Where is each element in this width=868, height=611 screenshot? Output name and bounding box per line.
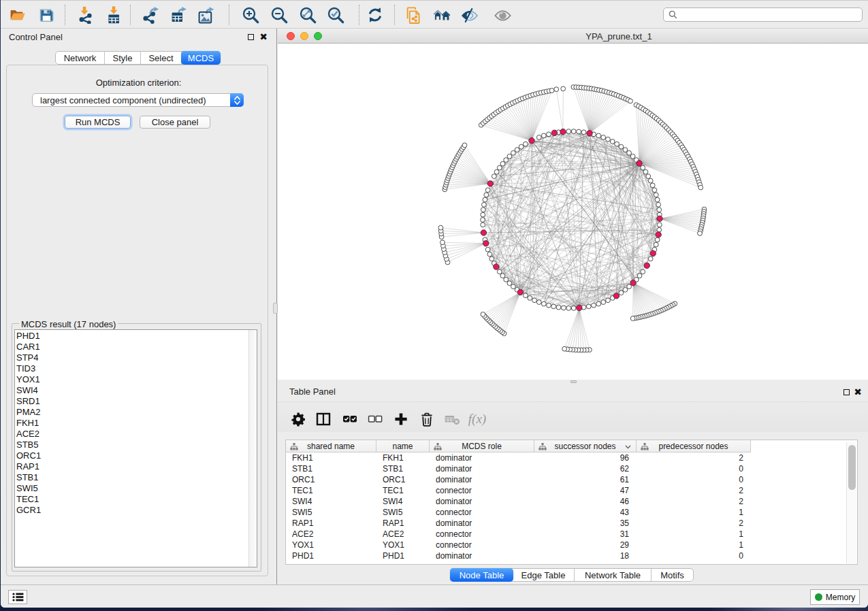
import-table-button[interactable] — [104, 5, 123, 24]
network-leaf-node[interactable] — [462, 143, 467, 148]
network-node[interactable] — [619, 291, 624, 295]
network-node[interactable] — [511, 284, 516, 289]
network-node[interactable] — [646, 174, 651, 179]
network-node[interactable] — [524, 142, 528, 146]
mcds-hub-node[interactable] — [656, 232, 661, 237]
mcds-list-scrollbar[interactable] — [248, 330, 257, 567]
network-node[interactable] — [504, 158, 509, 163]
network-node[interactable] — [641, 165, 645, 170]
network-leaf-node[interactable] — [481, 312, 485, 317]
network-node[interactable] — [648, 257, 653, 261]
network-node[interactable] — [551, 304, 556, 309]
network-node[interactable] — [541, 133, 546, 138]
tab-edge-table[interactable]: Edge Table — [513, 569, 575, 581]
network-node[interactable] — [623, 288, 628, 293]
mcds-node-item[interactable]: STP4 — [16, 352, 257, 363]
network-node[interactable] — [627, 150, 632, 155]
network-node[interactable] — [654, 193, 658, 197]
mcds-result-list[interactable]: PHD1CAR1STP4TID3YOX1SWI4SRD1PMA2FKH1ACE2… — [14, 329, 257, 567]
network-node[interactable] — [630, 154, 635, 159]
mcds-node-item[interactable]: RAP1 — [16, 461, 257, 472]
table-row[interactable]: FKH1FKH1dominator962 — [286, 452, 857, 463]
network-node[interactable] — [524, 293, 528, 298]
network-node[interactable] — [497, 269, 502, 274]
network-node[interactable] — [515, 148, 519, 152]
refresh-button[interactable] — [366, 5, 385, 24]
zoom-in-button[interactable] — [241, 5, 260, 24]
mcds-node-item[interactable]: SWI5 — [16, 483, 257, 494]
network-node[interactable] — [610, 139, 615, 144]
network-leaf-node[interactable] — [562, 346, 567, 351]
table-row[interactable]: RAP1RAP1dominator352 — [286, 518, 857, 529]
network-node[interactable] — [532, 298, 537, 303]
network-node[interactable] — [596, 301, 601, 306]
table-row[interactable]: ORC1ORC1dominator610 — [286, 474, 857, 485]
network-node[interactable] — [655, 197, 660, 202]
mcds-node-item[interactable]: SRD1 — [16, 396, 257, 407]
network-node[interactable] — [619, 144, 624, 149]
network-node[interactable] — [643, 169, 648, 174]
network-leaf-node[interactable] — [549, 88, 554, 93]
run-mcds-button[interactable]: Run MCDS — [65, 116, 131, 129]
zoom-out-button[interactable] — [270, 5, 289, 24]
network-node[interactable] — [592, 303, 596, 308]
network-node[interactable] — [507, 154, 512, 159]
network-node[interactable] — [519, 144, 524, 149]
network-node[interactable] — [547, 132, 551, 137]
network-node[interactable] — [571, 306, 576, 311]
network-leaf-node[interactable] — [698, 185, 703, 190]
network-node[interactable] — [657, 222, 662, 227]
network-leaf-node[interactable] — [438, 225, 443, 230]
network-node[interactable] — [511, 150, 516, 155]
network-node[interactable] — [657, 227, 662, 232]
network-node[interactable] — [492, 174, 496, 179]
mcds-node-item[interactable]: GCR1 — [16, 505, 257, 516]
network-node[interactable] — [652, 188, 657, 193]
network-node[interactable] — [484, 193, 489, 197]
network-node[interactable] — [596, 133, 601, 138]
tab-mcds[interactable]: MCDS — [181, 51, 221, 65]
mcds-hub-node[interactable] — [644, 263, 649, 268]
mcds-hub-node[interactable] — [551, 130, 557, 135]
float-window-icon[interactable] — [248, 34, 254, 40]
mcds-hub-node[interactable] — [483, 241, 489, 246]
network-node[interactable] — [536, 300, 541, 305]
tab-node-table[interactable]: Node Table — [450, 568, 513, 582]
mcds-hub-node[interactable] — [657, 216, 662, 221]
column-header-MCDS-role[interactable]: MCDS role — [430, 440, 534, 452]
network-leaf-node[interactable] — [628, 99, 633, 103]
network-node[interactable] — [581, 130, 586, 135]
tab-select[interactable]: Select — [141, 52, 182, 64]
mcds-hub-node[interactable] — [650, 250, 656, 256]
column-header-predecessor-nodes[interactable]: predecessor nodes — [637, 440, 751, 452]
close-traffic-light[interactable] — [287, 32, 295, 40]
save-session-button[interactable] — [37, 5, 56, 24]
clone-network-button[interactable] — [404, 5, 423, 24]
add-column-button[interactable] — [391, 410, 411, 429]
tab-network-table[interactable]: Network Table — [575, 569, 652, 581]
network-node[interactable] — [627, 284, 632, 289]
split-panel-button[interactable] — [314, 410, 333, 429]
network-leaf-node[interactable] — [630, 316, 635, 321]
network-node[interactable] — [497, 165, 502, 170]
gear-button[interactable] — [289, 410, 308, 429]
mcds-hub-node[interactable] — [481, 230, 486, 235]
mcds-hub-node[interactable] — [637, 161, 642, 166]
memory-button[interactable]: Memory — [810, 589, 860, 605]
mcds-hub-node[interactable] — [577, 305, 582, 310]
mcds-hub-node[interactable] — [494, 264, 499, 269]
table-row[interactable]: SWI4SWI4dominator462 — [286, 496, 857, 507]
network-node[interactable] — [483, 197, 487, 202]
mcds-node-item[interactable]: ACE2 — [16, 429, 257, 440]
mcds-hub-node[interactable] — [517, 289, 523, 295]
network-node[interactable] — [566, 129, 571, 134]
network-view-canvas[interactable] — [278, 44, 868, 380]
network-node[interactable] — [481, 222, 485, 227]
mcds-hub-node[interactable] — [613, 293, 619, 299]
network-node[interactable] — [481, 218, 485, 222]
network-node[interactable] — [648, 178, 653, 183]
network-node[interactable] — [641, 269, 645, 274]
network-leaf-node[interactable] — [554, 87, 559, 92]
table-row[interactable]: YOX1YOX1connector291 — [286, 540, 857, 550]
export-image-button[interactable] — [196, 5, 215, 24]
